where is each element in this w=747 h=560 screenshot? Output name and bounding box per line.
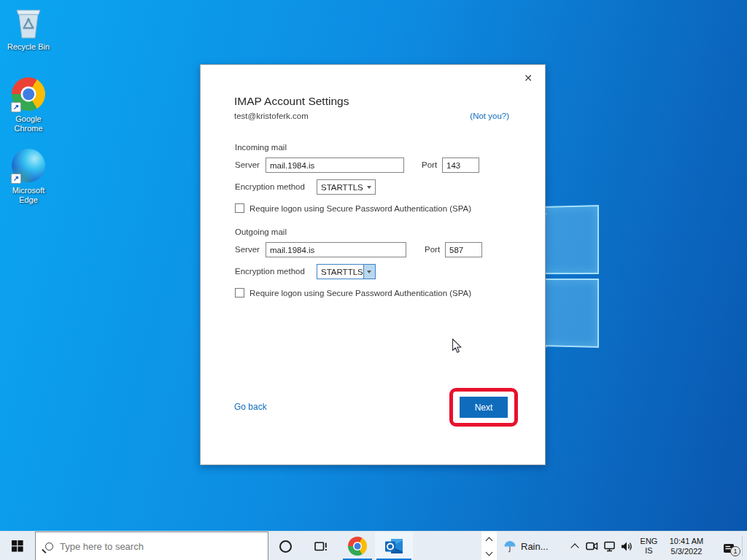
meet-now-button[interactable] [584,532,600,560]
search-icon [45,542,53,551]
language-line1: ENG [640,537,658,546]
task-view-button[interactable] [306,532,336,560]
shortcut-arrow-icon: ↗ [11,102,21,112]
taskbar-search-box[interactable] [35,532,268,560]
search-input[interactable] [60,541,242,552]
incoming-encryption-label: Encryption method [235,179,305,195]
desktop-icon-label: Recycle Bin [1,42,56,52]
go-back-link[interactable]: Go back [234,402,267,412]
scroll-up-icon[interactable] [486,537,493,544]
chevron-up-icon [570,543,578,551]
weather-label: Rain... [521,541,549,552]
mouse-cursor-icon [452,338,462,357]
show-desktop-divider [742,536,743,556]
notification-badge: 1 [730,546,740,556]
outgoing-encryption-label: Encryption method [235,264,305,279]
outgoing-encryption-dropdown[interactable]: STARTTLS [317,264,376,279]
annotation-highlight-box: Next [449,388,518,427]
scroll-down-icon[interactable] [486,548,493,556]
close-icon[interactable]: ✕ [520,70,536,86]
not-you-link[interactable]: (Not you?) [470,112,509,120]
network-icon [604,541,616,552]
incoming-server-label: Server [235,158,260,173]
windows-logo-icon [12,540,23,552]
incoming-mail-section-title: Incoming mail [235,143,287,152]
outlook-icon [384,537,404,556]
time-label: 10:41 AM [670,536,703,546]
outgoing-server-label: Server [235,242,260,257]
cortana-button[interactable] [271,532,300,560]
incoming-port-input[interactable] [442,158,479,173]
outgoing-server-input[interactable] [266,242,406,257]
imap-account-settings-dialog: ✕ IMAP Account Settings test@kristoferk.… [200,64,546,465]
clock[interactable]: 10:41 AM 5/3/2022 [662,532,711,560]
task-view-icon [314,541,328,552]
volume-button[interactable] [619,532,635,560]
chrome-icon: ↗ [11,77,46,112]
desktop-icon-microsoft-edge[interactable]: ↗ Microsoft Edge [1,148,56,205]
desktop-icon-recycle-bin[interactable]: Recycle Bin [1,5,56,52]
outgoing-spa-checkbox[interactable] [235,288,244,298]
chevron-down-icon [363,180,375,194]
language-line2: IS [645,546,652,556]
taskbar-weather-widget[interactable]: Rain... [503,532,566,560]
account-email: test@kristoferk.com [234,112,309,120]
incoming-port-label: Port [422,158,437,173]
incoming-server-input[interactable] [266,158,404,173]
edge-icon: ↗ [11,149,46,184]
taskbar-scrollbar[interactable] [481,532,497,560]
weather-umbrella-icon [503,540,516,553]
taskbar: Rain... ENG IS [0,531,747,560]
network-status-button[interactable] [602,532,619,560]
cortana-icon [279,540,292,553]
date-label: 5/3/2022 [671,546,703,556]
outgoing-port-input[interactable] [445,242,482,257]
outgoing-spa-label: Require logon using Secure Password Auth… [249,289,471,298]
incoming-spa-label: Require logon using Secure Password Auth… [249,204,471,213]
start-button[interactable] [0,532,35,560]
windows-wallpaper-logo-icon [537,205,600,351]
taskbar-chrome-button[interactable] [341,532,374,560]
dialog-title: IMAP Account Settings [234,95,349,108]
desktop: Recycle Bin ↗ Google Chrome ↗ Microsoft … [0,0,747,560]
desktop-icon-google-chrome[interactable]: ↗ Google Chrome [1,77,56,133]
language-indicator[interactable]: ENG IS [636,532,662,560]
shortcut-arrow-icon: ↗ [11,174,21,184]
desktop-icon-label: Google [15,114,41,123]
tray-show-hidden-icons-button[interactable] [568,532,582,560]
meet-now-camera-icon [586,541,598,551]
incoming-spa-checkbox[interactable] [235,203,244,213]
recycle-bin-icon [11,5,46,40]
incoming-encryption-dropdown[interactable]: STARTTLS [317,179,376,195]
next-button[interactable]: Next [460,397,508,418]
chevron-down-icon [363,265,375,279]
outgoing-port-label: Port [425,242,440,257]
chrome-icon [348,537,367,556]
outgoing-mail-section-title: Outgoing mail [235,228,287,236]
desktop-icon-label: Microsoft [12,186,45,195]
taskbar-outlook-button[interactable] [375,532,413,560]
volume-icon [621,541,633,552]
action-center-button[interactable]: 1 [715,532,743,560]
